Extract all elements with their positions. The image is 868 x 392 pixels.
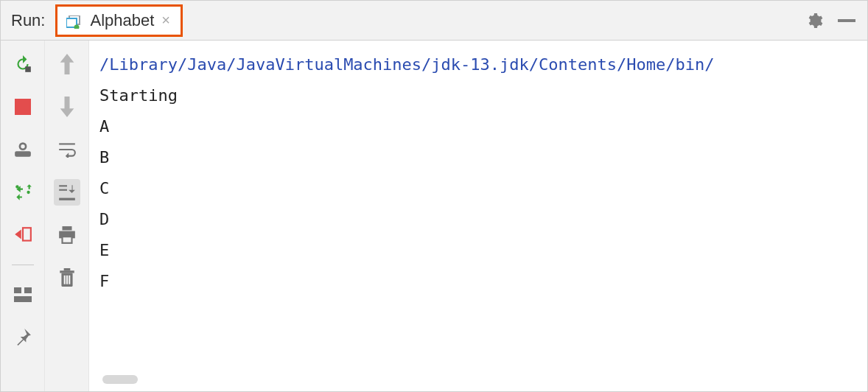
run-label: Run: xyxy=(1,11,55,30)
stop-button[interactable] xyxy=(10,94,36,120)
horizontal-scrollbar[interactable] xyxy=(89,371,867,391)
output-line: E xyxy=(99,241,109,259)
rerun-button[interactable] xyxy=(10,51,36,77)
svg-rect-13 xyxy=(14,296,32,302)
svg-rect-10 xyxy=(23,228,31,240)
svg-rect-24 xyxy=(66,276,67,284)
svg-point-7 xyxy=(21,144,24,148)
svg-rect-23 xyxy=(63,276,65,284)
scroll-to-end-button[interactable] xyxy=(54,179,80,206)
svg-rect-15 xyxy=(59,189,67,191)
close-icon[interactable]: × xyxy=(161,12,170,29)
divider xyxy=(12,265,34,265)
down-button[interactable] xyxy=(54,94,80,120)
svg-rect-12 xyxy=(24,287,32,293)
dump-threads-button[interactable] xyxy=(10,136,36,163)
console-area: /Library/Java/JavaVirtualMachines/jdk-13… xyxy=(89,41,867,391)
run-config-tab[interactable]: Alphabet × xyxy=(55,4,183,37)
clear-all-button[interactable] xyxy=(54,265,80,291)
svg-rect-19 xyxy=(62,237,71,243)
soft-wrap-button[interactable] xyxy=(54,136,80,163)
layout-button[interactable] xyxy=(10,281,36,308)
svg-rect-17 xyxy=(62,226,71,230)
exit-button[interactable] xyxy=(10,179,36,206)
svg-rect-25 xyxy=(69,276,70,284)
minimize-icon[interactable] xyxy=(838,19,855,22)
output-line: D xyxy=(99,210,109,228)
toolbar-column-left xyxy=(1,41,45,391)
toolbar-column-secondary xyxy=(45,41,89,391)
header-bar: Run: Alphabet × xyxy=(1,1,867,41)
print-button[interactable] xyxy=(54,222,80,248)
output-line: A xyxy=(99,117,109,136)
pin-button[interactable] xyxy=(10,324,36,351)
svg-point-9 xyxy=(27,191,29,194)
command-line: /Library/Java/JavaVirtualMachines/jdk-13… xyxy=(99,55,714,74)
body: /Library/Java/JavaVirtualMachines/jdk-13… xyxy=(1,41,867,391)
output-line: C xyxy=(99,179,109,197)
output-line: F xyxy=(99,272,109,290)
console-output[interactable]: /Library/Java/JavaVirtualMachines/jdk-13… xyxy=(89,41,867,371)
gear-icon[interactable] xyxy=(805,12,823,29)
svg-rect-11 xyxy=(14,287,21,293)
run-tool-window: Run: Alphabet × xyxy=(0,0,868,392)
scrollbar-thumb[interactable] xyxy=(102,375,138,384)
output-line: Starting xyxy=(99,86,178,105)
svg-rect-16 xyxy=(59,198,75,200)
svg-point-8 xyxy=(15,185,18,188)
svg-rect-14 xyxy=(59,185,67,186)
output-line: B xyxy=(99,148,109,167)
svg-rect-4 xyxy=(15,99,31,115)
svg-rect-3 xyxy=(25,66,31,72)
up-button[interactable] xyxy=(54,51,80,77)
attach-debugger-button[interactable] xyxy=(10,222,36,248)
application-icon xyxy=(66,14,83,27)
svg-rect-22 xyxy=(63,268,70,270)
tab-label: Alphabet xyxy=(90,11,154,30)
svg-rect-21 xyxy=(60,270,74,273)
svg-rect-6 xyxy=(15,151,31,157)
